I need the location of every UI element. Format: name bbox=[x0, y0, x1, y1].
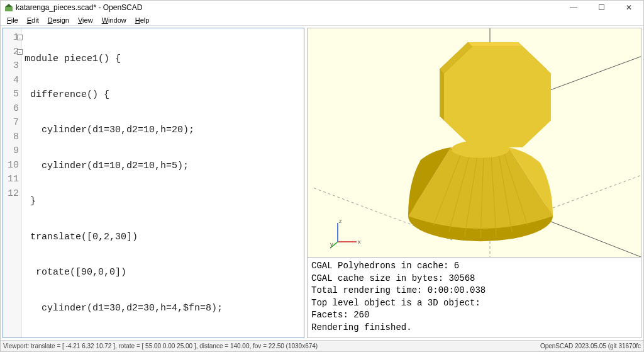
console-line: Total rendering time: 0:00:00.038 bbox=[311, 285, 637, 297]
titlebar: katarenga_pieces.scad* - OpenSCAD — ☐ ✕ bbox=[1, 1, 643, 14]
line-number: 3 bbox=[3, 59, 21, 74]
menu-help[interactable]: Help bbox=[131, 16, 153, 24]
svg-line-6 bbox=[537, 216, 641, 257]
console-line: CGAL Polyhedrons in cache: 6 bbox=[311, 260, 637, 273]
right-pane: x y z CGAL Polyhedrons in cache: 6 CGAL … bbox=[307, 28, 641, 338]
code-line: difference() { bbox=[25, 88, 300, 103]
menu-file[interactable]: File bbox=[3, 16, 22, 24]
app-icon bbox=[4, 3, 13, 12]
line-number: 2- bbox=[3, 45, 21, 60]
line-number: 8 bbox=[3, 130, 21, 145]
code-editor[interactable]: 1- 2- 3 4 5 6 7 8 9 10 11 12 module piec… bbox=[3, 28, 304, 338]
statusbar: Viewport: translate = [ -4.21 6.32 10.72… bbox=[1, 340, 643, 351]
axis-gizmo: x y z bbox=[330, 218, 362, 249]
work-area: 1- 2- 3 4 5 6 7 8 9 10 11 12 module piec… bbox=[1, 26, 643, 340]
fold-icon[interactable]: - bbox=[17, 35, 23, 40]
status-viewport-info: Viewport: translate = [ -4.21 6.32 10.72… bbox=[3, 343, 318, 349]
svg-marker-1 bbox=[5, 4, 13, 7]
line-number: 9 bbox=[3, 144, 21, 159]
line-gutter: 1- 2- 3 4 5 6 7 8 9 10 11 12 bbox=[3, 28, 22, 338]
line-number: 12 bbox=[3, 187, 21, 202]
code-area[interactable]: module piece1() { difference() { cylinde… bbox=[22, 28, 304, 338]
line-number: 5 bbox=[3, 88, 21, 102]
window-controls: — ☐ ✕ bbox=[565, 2, 640, 13]
console-line: Top level object is a 3D object: bbox=[311, 297, 637, 310]
menu-design[interactable]: Design bbox=[44, 16, 73, 24]
axis-z-label: z bbox=[339, 218, 342, 224]
close-button[interactable]: ✕ bbox=[621, 2, 637, 13]
line-number: 4 bbox=[3, 74, 21, 88]
console-output[interactable]: CGAL Polyhedrons in cache: 6 CGAL cache … bbox=[307, 258, 641, 338]
code-line: cylinder(d1=30,d2=10,h=20); bbox=[25, 123, 300, 138]
console-line: CGAL cache size in bytes: 30568 bbox=[311, 273, 637, 285]
menu-window[interactable]: Window bbox=[98, 16, 130, 24]
console-line: Facets: 260 bbox=[311, 309, 637, 322]
axis-y-label: y bbox=[330, 241, 333, 247]
line-number: 6 bbox=[3, 102, 21, 116]
svg-marker-18 bbox=[444, 47, 551, 147]
svg-marker-21 bbox=[468, 42, 523, 47]
minimize-button[interactable]: — bbox=[565, 2, 582, 13]
line-number: 11 bbox=[3, 173, 21, 187]
code-line: rotate([90,0,0]) bbox=[25, 266, 300, 280]
console-line: Rendering finished. bbox=[311, 322, 637, 334]
line-number: 1- bbox=[3, 31, 21, 45]
axis-x-label: x bbox=[358, 239, 361, 245]
line-number: 10 bbox=[3, 159, 21, 173]
menu-view[interactable]: View bbox=[74, 16, 97, 24]
3d-viewport[interactable]: x y z bbox=[307, 28, 641, 258]
menubar: File Edit Design View Window Help bbox=[1, 14, 643, 26]
window-title: katarenga_pieces.scad* - OpenSCAD bbox=[16, 3, 142, 12]
line-number: 7 bbox=[3, 116, 21, 130]
svg-rect-0 bbox=[5, 7, 13, 11]
svg-marker-19 bbox=[440, 69, 444, 121]
code-line: cylinder(d1=30,d2=30,h=4,$fn=8); bbox=[25, 302, 300, 316]
main-window: katarenga_pieces.scad* - OpenSCAD — ☐ ✕ … bbox=[0, 0, 644, 352]
code-line: translate([0,2,30]) bbox=[25, 230, 300, 245]
code-line: cylinder(d1=10,d2=10,h=5); bbox=[25, 159, 300, 174]
status-version: OpenSCAD 2023.05.05 (git 31670fc bbox=[540, 343, 641, 349]
code-line: } bbox=[25, 337, 300, 338]
code-line: module piece1() { bbox=[25, 52, 300, 67]
maximize-button[interactable]: ☐ bbox=[593, 2, 609, 13]
code-line: } bbox=[25, 195, 300, 209]
menu-edit[interactable]: Edit bbox=[23, 16, 43, 24]
fold-icon[interactable]: - bbox=[17, 49, 23, 55]
